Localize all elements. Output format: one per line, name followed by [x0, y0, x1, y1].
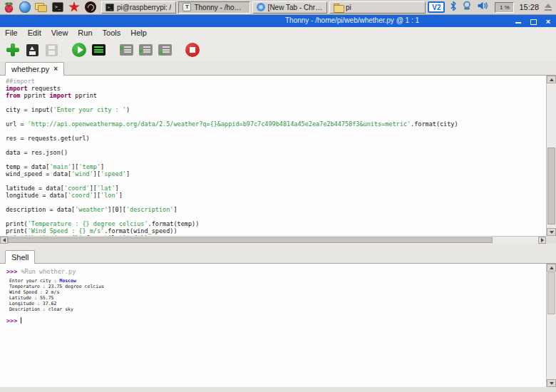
play-icon — [72, 43, 86, 57]
menu-item-view[interactable]: View — [51, 29, 68, 37]
scroll-right-icon[interactable] — [538, 237, 546, 244]
code-line: city = input('Enter your city : ') — [6, 106, 546, 113]
shell-vscroll-thumb[interactable] — [547, 272, 555, 314]
editor-hscrollbar[interactable] — [0, 236, 546, 244]
network-icon[interactable] — [462, 1, 472, 14]
menubar: FileEditViewRunToolsHelp — [0, 27, 556, 38]
debug-button[interactable] — [91, 42, 106, 58]
editor-area: ##importimport requestsfrom pprint impor… — [0, 76, 556, 244]
shell-area: >>> %Run whether.py Enter your city : Mo… — [0, 264, 556, 387]
terminal-icon: >_ — [105, 4, 114, 11]
save-icon — [46, 44, 58, 56]
scroll-down-icon[interactable] — [547, 379, 556, 387]
step-over-icon — [120, 44, 133, 56]
open-icon — [26, 44, 38, 56]
minimize-button[interactable] — [515, 18, 522, 25]
code-line: data = res.json() — [6, 149, 546, 156]
editor-tabbar: whether.py × — [0, 61, 556, 76]
code-line — [6, 99, 546, 106]
volume-icon[interactable] — [477, 1, 490, 14]
editor-vscrollbar[interactable] — [546, 76, 556, 236]
maximize-button[interactable] — [530, 18, 537, 25]
taskbar-button-label: pi@raspberrypi: / — [117, 4, 171, 11]
stop-icon — [185, 43, 200, 57]
save-button[interactable] — [43, 42, 59, 58]
taskbar-button-label: [New Tab - Chromium] — [268, 4, 323, 11]
tab-close-icon[interactable]: × — [53, 65, 58, 73]
wolfram-icon[interactable] — [84, 1, 97, 14]
tab-whether-py[interactable]: whether.py × — [5, 62, 64, 76]
code-line: import requests — [6, 85, 546, 92]
shell-line: Enter your city : Moscow — [6, 278, 546, 284]
vnc-icon[interactable]: V2 — [428, 1, 445, 13]
step-into-button[interactable] — [138, 42, 153, 58]
scroll-up-icon[interactable] — [547, 264, 556, 272]
code-line — [6, 113, 546, 120]
shell-output[interactable]: >>> %Run whether.py Enter your city : Mo… — [0, 264, 546, 387]
code-line: description = data['weather'][0]['descri… — [6, 206, 546, 213]
menu-item-run[interactable]: Run — [78, 29, 92, 37]
tab-label: whether.py — [11, 65, 49, 73]
new-file-button[interactable] — [5, 42, 21, 58]
window-titlebar: Thonny - /home/pi/web/whether.py @ 1 : 1… — [0, 15, 556, 27]
code-line — [6, 142, 546, 149]
shell-line: Temperature : 23.75 degree celcius — [6, 284, 546, 289]
web-browser-icon[interactable] — [19, 1, 31, 14]
shell-tab[interactable]: Shell — [5, 250, 35, 264]
editor-vscroll-thumb[interactable] — [547, 148, 555, 225]
taskbar-button-pi-folder[interactable]: pi — [329, 1, 426, 14]
code-line — [6, 177, 546, 185]
menu-item-help[interactable]: Help — [130, 29, 147, 37]
stop-button[interactable] — [185, 42, 200, 58]
shell-line: Wind Speed : 2 m/s — [6, 289, 546, 295]
step-over-button[interactable] — [118, 42, 134, 58]
taskbar: >_ >_ pi@raspberrypi: / T Thonny - /home… — [0, 0, 556, 15]
code-line: temp = data['main']['temp'] — [6, 163, 546, 170]
code-line: latitude = data['coord']['lat'] — [6, 185, 546, 192]
code-line: print('Temperature : {} degree celcius'.… — [6, 220, 546, 227]
scrollbar-corner — [546, 236, 556, 244]
code-line: res = requests.get(url) — [6, 135, 546, 142]
bluetooth-icon[interactable] — [450, 1, 457, 14]
menu-item-edit[interactable]: Edit — [28, 29, 41, 37]
step-out-icon — [158, 44, 172, 56]
code-line — [6, 128, 546, 135]
close-button[interactable]: × — [545, 18, 552, 25]
open-file-button[interactable] — [24, 42, 40, 58]
toolbar — [0, 38, 556, 61]
scroll-up-icon[interactable] — [547, 76, 556, 83]
code-line: ##import — [6, 78, 546, 85]
code-editor[interactable]: ##importimport requestsfrom pprint impor… — [0, 76, 546, 236]
shell-vscrollbar[interactable] — [546, 264, 556, 387]
file-manager-icon[interactable] — [35, 1, 48, 14]
shell-cursor — [21, 317, 21, 324]
shell-tabbar: Shell — [0, 251, 556, 264]
step-out-button[interactable] — [157, 42, 173, 58]
system-tray: V2 1 % 15:28 — [428, 1, 554, 14]
raspberry-menu-icon[interactable] — [2, 1, 15, 14]
window-bottom-margin — [0, 387, 556, 392]
editor-hscroll-thumb[interactable] — [8, 237, 493, 243]
scroll-left-icon[interactable] — [0, 237, 8, 244]
shell-line: >>> — [6, 317, 546, 325]
folder-icon — [334, 4, 343, 11]
window-title: Thonny - /home/pi/web/whether.py @ 1 : 1 — [285, 16, 419, 24]
taskbar-button-thonny[interactable]: T Thonny - /home/pi/... — [178, 1, 249, 14]
code-line: print('Wind Speed : {} m/s'.format(wind_… — [6, 227, 546, 234]
shell-line: >>> %Run whether.py — [6, 268, 546, 276]
menu-item-file[interactable]: File — [5, 29, 18, 37]
step-into-icon — [139, 44, 153, 56]
menu-item-tools[interactable]: Tools — [103, 29, 121, 37]
mathematica-icon[interactable] — [68, 1, 81, 14]
run-button[interactable] — [71, 42, 87, 58]
taskbar-button-terminal[interactable]: >_ pi@raspberrypi: / — [101, 1, 176, 14]
code-line: longitude = data['coord']['lon'] — [6, 192, 546, 199]
taskbar-button-chromium[interactable]: [New Tab - Chromium] — [252, 1, 327, 14]
scroll-down-icon[interactable] — [547, 228, 556, 236]
shell-line: Description : clear sky — [6, 306, 546, 312]
clock[interactable]: 15:28 — [519, 3, 539, 11]
terminal-icon[interactable]: >_ — [51, 1, 64, 14]
launcher-area: >_ — [2, 1, 97, 14]
eject-icon[interactable] — [544, 4, 552, 11]
cpu-monitor[interactable]: 1 % — [495, 2, 514, 13]
